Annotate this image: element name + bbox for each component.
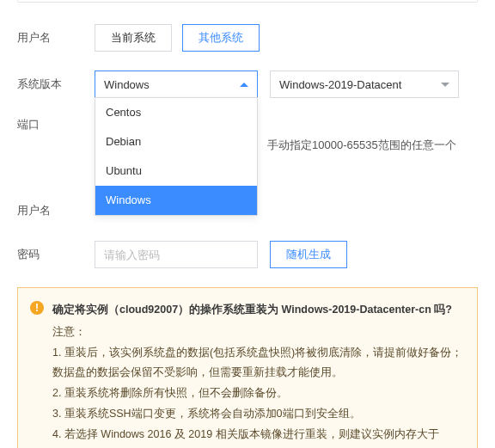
label-port: 端口	[17, 117, 95, 132]
system-tab-group: 当前系统 其他系统	[95, 24, 270, 52]
warning-note-label: 注意：	[52, 322, 463, 343]
warning-icon: !	[30, 301, 44, 315]
port-hint-text: 手动指定10000-65535范围的任意一个	[267, 138, 478, 153]
warning-line-2: 2. 重装系统将删除所有快照，但不会删除备份。	[52, 384, 463, 404]
tab-current-system[interactable]: 当前系统	[95, 24, 172, 52]
password-input[interactable]	[95, 241, 258, 268]
row-password: 密码 随机生成	[17, 241, 478, 268]
caret-up-icon	[240, 83, 248, 87]
os-select[interactable]: Windows	[95, 71, 258, 98]
os-option-ubuntu[interactable]: Ubuntu	[95, 156, 257, 186]
warning-panel: ! 确定将实例（cloud92007）的操作系统重装为 Windows-2019…	[17, 287, 478, 448]
row-username-tabs: 用户名 当前系统 其他系统	[17, 24, 478, 52]
os-option-debian[interactable]: Debian	[95, 127, 257, 156]
label-username2: 用户名	[17, 203, 95, 218]
warning-line-3: 3. 重装系统SSH端口变更，系统将会自动添加0端口到安全组。	[52, 404, 463, 425]
label-username: 用户名	[17, 30, 95, 46]
image-select-value: Windows-2019-Datacent	[279, 78, 441, 91]
row-os-version: 系统版本 Windows Windows-2019-Datacent	[17, 71, 478, 98]
os-option-centos[interactable]: Centos	[95, 98, 257, 127]
os-select-value: Windows	[104, 78, 240, 91]
warning-line-4: 4. 若选择 Windows 2016 及 2019 相关版本镜像进行重装，则建…	[52, 425, 463, 449]
image-select[interactable]: Windows-2019-Datacent	[270, 71, 459, 98]
tab-other-system[interactable]: 其他系统	[182, 24, 260, 52]
caret-down-icon	[441, 83, 449, 87]
os-option-windows[interactable]: Windows	[95, 186, 257, 215]
previous-field-edge	[17, 0, 478, 3]
warning-headline: 确定将实例（cloud92007）的操作系统重装为 Windows-2019-D…	[52, 300, 463, 321]
label-password: 密码	[17, 247, 95, 262]
os-dropdown: Centos Debian Ubuntu Windows	[95, 97, 258, 216]
random-generate-button[interactable]: 随机生成	[270, 241, 347, 268]
label-os-version: 系统版本	[17, 77, 95, 92]
warning-line-1: 1. 重装后，该实例系统盘的数据(包括系统盘快照)将被彻底清除，请提前做好备份；…	[52, 343, 463, 384]
